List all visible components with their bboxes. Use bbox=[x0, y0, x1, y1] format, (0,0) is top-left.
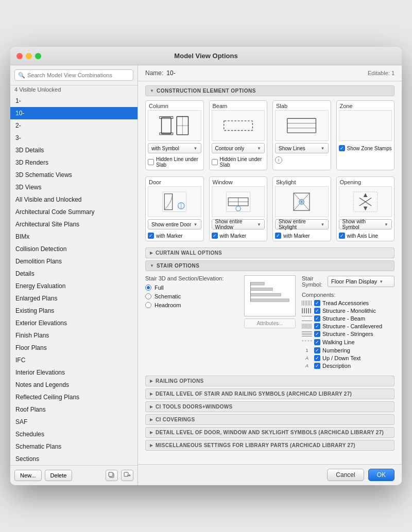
opening-axis-checkbox[interactable] bbox=[339, 233, 345, 239]
monolithic-checkbox[interactable] bbox=[314, 308, 320, 314]
sidebar-item-3d-views[interactable]: 3D Views bbox=[10, 181, 138, 193]
sidebar-item-finish[interactable]: Finish Plans bbox=[10, 329, 138, 342]
sidebar-item-schedules[interactable]: Schedules bbox=[10, 428, 138, 440]
sidebar-item-schematic[interactable]: Schematic Plans bbox=[10, 440, 138, 453]
sidebar-item-details[interactable]: Details bbox=[10, 268, 138, 280]
components-label: Components: bbox=[302, 292, 394, 298]
cancel-button[interactable]: Cancel bbox=[327, 469, 364, 481]
detail-level-stair-header[interactable]: ▶ DETAIL LEVEL OF STAIR AND RAILING SYMB… bbox=[145, 388, 394, 399]
misc-section-title: MISCELLANEOUS SETTINGS FOR LIBRARY PARTS… bbox=[156, 442, 355, 448]
detail-stair-section-title: DETAIL LEVEL OF STAIR AND RAILING SYMBOL… bbox=[156, 391, 352, 397]
column-label: Column bbox=[146, 101, 203, 110]
beam-hidden-line-checkbox[interactable] bbox=[212, 159, 218, 165]
window-marker-row: with Marker bbox=[210, 232, 267, 241]
sidebar-item-all-visible[interactable]: All Visible and Unlocked bbox=[10, 193, 138, 206]
updown-checkbox[interactable] bbox=[314, 355, 320, 361]
attributes-button[interactable]: Attributes... bbox=[244, 318, 296, 328]
cantilevered-checkbox[interactable] bbox=[314, 323, 320, 329]
stair-section-header[interactable]: ▼ STAIR OPTIONS bbox=[145, 260, 394, 271]
sidebar-item-arch-code[interactable]: Architectural Code Summary bbox=[10, 206, 138, 218]
duplicate-icon-button[interactable] bbox=[106, 470, 118, 481]
door-dropdown-chevron: ▼ bbox=[194, 222, 198, 227]
window-dropdown[interactable]: Show entire Window ▼ bbox=[212, 219, 265, 229]
column-dropdown-chevron: ▼ bbox=[194, 146, 198, 151]
name-row: Name: 10- bbox=[145, 69, 176, 77]
window-footer: Cancel OK bbox=[138, 464, 402, 485]
column-dropdown[interactable]: with Symbol ▼ bbox=[148, 143, 201, 153]
stair-radio-headroom[interactable]: Headroom bbox=[145, 302, 238, 308]
construction-section-header[interactable]: ▼ CONSTRUCTION ELEMENT OPTIONS bbox=[145, 85, 394, 96]
sidebar-item-1[interactable]: 1- bbox=[10, 95, 138, 107]
sidebar-item-ifc[interactable]: IFC bbox=[10, 354, 138, 366]
sidebar-item-sections[interactable]: Sections bbox=[10, 453, 138, 465]
window-marker-checkbox[interactable] bbox=[212, 233, 218, 239]
radio-schematic-indicator bbox=[145, 293, 151, 299]
sidebar-item-collision[interactable]: Collision Detection bbox=[10, 243, 138, 255]
sidebar-item-saf[interactable]: SAF bbox=[10, 416, 138, 428]
door-dropdown[interactable]: Show entire Door ▼ bbox=[148, 219, 201, 229]
ci-doors-collapse-icon: ▶ bbox=[150, 404, 153, 409]
beam-dropdown[interactable]: Contour only ▼ bbox=[212, 143, 265, 153]
description-checkbox[interactable] bbox=[314, 363, 320, 369]
slab-dropdown[interactable]: Show Lines ▼ bbox=[275, 143, 329, 153]
sidebar-item-3[interactable]: 3- bbox=[10, 132, 138, 144]
window-title: Model View Options bbox=[174, 52, 237, 60]
floor-plan-dropdown[interactable]: Floor Plan Display ▼ bbox=[328, 276, 394, 287]
skylight-marker-checkbox[interactable] bbox=[275, 233, 281, 239]
sidebar-item-energy[interactable]: Energy Evaluation bbox=[10, 280, 138, 292]
zone-label: Zone bbox=[337, 101, 394, 110]
construction-grid-top: Column with Sym bbox=[145, 100, 394, 170]
door-marker-checkbox[interactable] bbox=[148, 233, 154, 239]
svg-rect-37 bbox=[251, 288, 273, 290]
sidebar-item-interior[interactable]: Interior Elevations bbox=[10, 366, 138, 379]
sidebar-item-floor[interactable]: Floor Plans bbox=[10, 342, 138, 354]
numbering-checkbox[interactable] bbox=[314, 347, 320, 353]
sidebar-item-3d-schematic[interactable]: 3D Schematic Views bbox=[10, 169, 138, 181]
new-button[interactable]: New... bbox=[14, 470, 42, 481]
beam-card: Beam Contour only ▼ Hidden Line bbox=[209, 100, 268, 170]
column-hidden-line-checkbox[interactable] bbox=[148, 159, 154, 165]
ok-button[interactable]: OK bbox=[368, 469, 394, 481]
curtain-wall-section-header[interactable]: ▶ CURTAIN WALL OPTIONS bbox=[145, 247, 394, 258]
door-label: Door bbox=[146, 177, 203, 186]
beam-checkbox[interactable] bbox=[314, 315, 320, 322]
svg-marker-33 bbox=[363, 193, 367, 197]
sidebar-item-enlarged[interactable]: Enlarged Plans bbox=[10, 292, 138, 305]
close-button[interactable] bbox=[16, 53, 23, 59]
zone-stamps-checkbox[interactable] bbox=[339, 145, 345, 151]
tread-checkbox[interactable] bbox=[314, 300, 320, 306]
railing-section-header[interactable]: ▶ RAILING OPTIONS bbox=[145, 376, 394, 386]
walking-line-checkbox[interactable] bbox=[314, 339, 320, 345]
sidebar-item-roof[interactable]: Roof Plans bbox=[10, 403, 138, 416]
sidebar-item-arch-site[interactable]: Architectural Site Plans bbox=[10, 218, 138, 230]
stair-radio-full[interactable]: Full bbox=[145, 285, 238, 291]
sidebar-item-3d-details[interactable]: 3D Details bbox=[10, 144, 138, 156]
sidebar-item-notes[interactable]: Notes and Legends bbox=[10, 379, 138, 391]
sidebar-item-10[interactable]: 10- bbox=[10, 107, 138, 119]
sidebar-item-reflected[interactable]: Reflected Ceiling Plans bbox=[10, 391, 138, 403]
sidebar-item-2[interactable]: 2- bbox=[10, 119, 138, 132]
misc-section-header[interactable]: ▶ MISCELLANEOUS SETTINGS FOR LIBRARY PAR… bbox=[145, 440, 394, 451]
opening-dropdown[interactable]: Show with Symbol ▼ bbox=[339, 219, 392, 229]
minimize-button[interactable] bbox=[26, 53, 32, 59]
stair-radio-schematic[interactable]: Schematic bbox=[145, 293, 238, 299]
delete-button[interactable]: Delete bbox=[45, 470, 73, 481]
sidebar-item-exterior[interactable]: Exterior Elevations bbox=[10, 317, 138, 329]
sidebar-item-3d-renders[interactable]: 3D Renders bbox=[10, 156, 138, 169]
stringers-checkbox[interactable] bbox=[314, 331, 320, 337]
svg-rect-35 bbox=[251, 298, 289, 301]
ci-coverings-collapse-icon: ▶ bbox=[150, 417, 153, 422]
skylight-dropdown[interactable]: Show entire Skylight ▼ bbox=[275, 219, 329, 229]
search-input[interactable] bbox=[14, 69, 133, 81]
sidebar-item-existing[interactable]: Existing Plans bbox=[10, 305, 138, 317]
sidebar-item-bimx[interactable]: BIMx bbox=[10, 230, 138, 243]
svg-line-23 bbox=[294, 193, 301, 202]
maximize-button[interactable] bbox=[35, 53, 41, 59]
ci-doors-section-header[interactable]: ▶ CI TOOLS DOORS+WINDOWS bbox=[145, 401, 394, 412]
ci-coverings-section-header[interactable]: ▶ CI COVERINGS bbox=[145, 414, 394, 425]
sidebar-item-demolition[interactable]: Demolition Plans bbox=[10, 255, 138, 268]
detail-door-section-header[interactable]: ▶ DETAIL LEVEL OF DOOR, WINDOW AND SKYLI… bbox=[145, 427, 394, 438]
stair-section-title: STAIR OPTIONS bbox=[157, 263, 200, 269]
export-icon-button[interactable] bbox=[121, 470, 133, 481]
door-marker-row: with Marker bbox=[146, 232, 203, 241]
